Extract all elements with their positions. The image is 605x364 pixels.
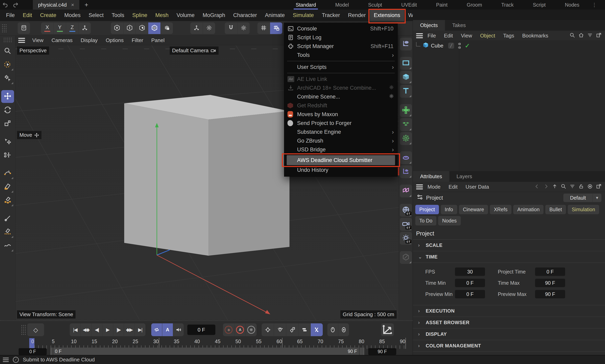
camera-label[interactable]: Default Camera [170,46,219,55]
section-header-scale[interactable]: ›SCALE [413,240,605,251]
document-tab[interactable]: physical.c4d × [33,0,79,10]
tab-attributes[interactable]: Attributes [413,171,449,182]
snap-move-tool[interactable] [1,149,14,162]
menubar-item-volume[interactable]: Volume [172,10,198,21]
menubar-item-tools[interactable]: Tools [107,10,128,21]
field-project-time[interactable]: 0 F [535,268,565,276]
camera-object-button[interactable]: ST [400,218,412,231]
sound-button[interactable] [173,323,184,336]
gear-icon[interactable] [389,93,394,100]
animation-palette-button[interactable]: A [162,323,173,336]
previous-key-button[interactable]: ◀◆ [80,323,91,336]
points-mode-button[interactable] [111,22,123,34]
workspace-tab-sculpt[interactable]: Sculpt [359,0,391,10]
filter-icon[interactable] [587,32,593,39]
menubar-item-mograph[interactable]: MoGraph [198,10,229,21]
simulation-button[interactable] [400,151,412,164]
lock-z-axis-button[interactable]: Z [66,22,78,34]
spline-smooth-tool[interactable] [1,239,14,252]
menu-item-console[interactable]: ConsoleShift+F10 [284,24,397,33]
workspace-tab-standard[interactable]: Standard [287,0,325,10]
viewport-menu-panel[interactable]: Panel [148,37,168,43]
close-tab-icon[interactable]: × [71,2,74,8]
editable-state-icon[interactable]: ╱ [448,43,454,49]
attributes-menu-icon[interactable] [416,184,423,189]
key-position-button[interactable] [262,323,274,336]
viewport-menu-display[interactable]: Display [77,37,101,43]
menu-item-tools[interactable]: Tools› [284,51,397,59]
back-icon[interactable] [534,183,540,190]
objects-menu-view[interactable]: View [458,33,476,39]
transform-tool[interactable] [1,135,14,148]
workspace-tab-groom[interactable]: Groom [458,0,491,10]
spline-primitive-button[interactable] [400,57,412,70]
section-header-display[interactable]: ›DISPLAY [413,329,605,340]
keyframe-mode-button[interactable]: ◇ [27,323,44,336]
menu-item-send-project-to-forger[interactable]: Send Project to Forger [284,119,397,128]
menubar-item-file[interactable]: File [2,10,19,21]
attribute-tab-animation[interactable]: Animation [513,205,543,214]
workspace-tab-nodes[interactable]: Nodes [556,0,588,10]
move-tool[interactable] [1,90,14,103]
status-menu-icon[interactable] [3,358,9,362]
texture-mode-button[interactable] [160,22,173,34]
cube-primitive-button[interactable] [400,71,412,84]
field-preview-max[interactable]: 90 F [535,290,565,298]
menubar-item-modes[interactable]: Modes [60,10,85,21]
snap-options-button[interactable] [237,22,250,34]
menu-item-aws-deadline-cloud-submitter[interactable]: AWS Deadline Cloud Submitter [287,155,395,165]
range-left-grip[interactable] [51,348,53,355]
menubar-item-tracker[interactable]: Tracker [318,10,344,21]
lock-y-axis-button[interactable]: Y [53,22,66,34]
preview-range-slider[interactable]: 0 F90 F [51,348,364,355]
preset-dropdown[interactable]: Default ▾ [563,194,601,202]
graph-mode-button[interactable] [381,323,394,336]
range-end-field[interactable]: 90 F [368,348,396,355]
scale-tool[interactable] [1,117,14,130]
objects-menu-tags[interactable]: Tags [500,33,518,39]
menu-item-substance-engine[interactable]: Substance Engine› [284,128,397,136]
viewport-menu-options[interactable]: Options [102,37,127,43]
menu-item-ae-live-link[interactable]: AeAE Live Link [284,75,397,83]
menu-item-undo-history[interactable]: Undo History [284,166,397,174]
workspace-tab-track[interactable]: Track [492,0,523,10]
tweak-tool[interactable] [1,72,14,85]
polygon-pen-tool[interactable] [1,194,14,207]
object-tree-row[interactable]: Cube╱✓ [413,41,605,51]
objects-menu-bookmarks[interactable]: Bookmarks [519,33,552,39]
viewport-menu-icon[interactable] [18,38,25,43]
tab-layers[interactable]: Layers [449,171,479,182]
live-selection-tool[interactable] [1,58,14,71]
field-time-max[interactable]: 90 F [535,279,565,287]
fields-button[interactable] [400,132,412,145]
up-icon[interactable] [552,183,558,190]
field-time-min[interactable]: 0 F [455,279,485,287]
edges-mode-button[interactable] [123,22,136,34]
workspace-tab-paint[interactable]: Paint [427,0,456,10]
viewport-menu-cameras[interactable]: Cameras [48,37,76,43]
viewport-menu-view[interactable]: View [29,37,47,43]
attribute-tab-xrefs[interactable]: XRefs [490,205,512,214]
menubar-item-spline[interactable]: Spline [128,10,151,21]
menu-item-script-log[interactable]: Script Log [284,33,397,42]
keyframe-selection-button[interactable] [327,323,338,336]
menu-item-combine-scene-[interactable]: Combine Scene... [284,92,397,101]
menu-item-archicad-18-scene-combine-[interactable]: ArchiCAD 18+ Scene Combine... [284,83,397,92]
previous-frame-button[interactable]: ◀| [91,323,102,336]
attributes-menu-edit[interactable]: Edit [445,184,461,190]
viewport-menu-filter[interactable]: Filter [128,37,147,43]
workspace-tab-model[interactable]: Model [326,0,358,10]
range-start-field[interactable]: 0 F [19,348,47,355]
null-object-button[interactable] [400,165,412,178]
sketch-tool[interactable] [1,181,14,194]
key-parameter-button[interactable] [298,323,311,336]
attribute-tab-simulation[interactable]: Simulation [568,205,599,214]
subdivision-surface-button[interactable] [400,104,412,117]
attributes-menu-user-data[interactable]: User Data [462,184,492,190]
menu-item-user-scripts[interactable]: User Scripts› [284,63,397,71]
menubar-item-create[interactable]: Create [36,10,60,21]
objects-menu-edit[interactable]: Edit [441,33,456,39]
lock-x-axis-button[interactable]: X [41,22,53,34]
loop-mode-button[interactable] [151,323,162,336]
rotate-tool[interactable] [1,104,14,117]
